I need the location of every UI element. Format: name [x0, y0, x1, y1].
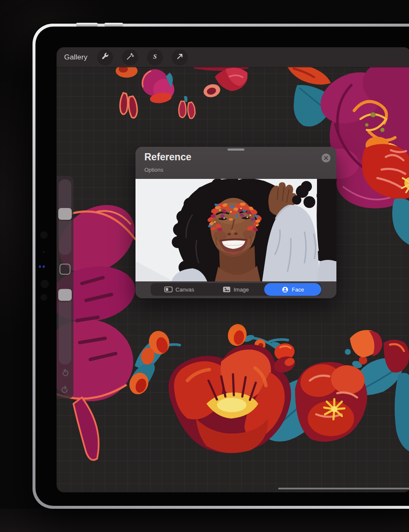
transform-button[interactable]: [172, 49, 188, 65]
panel-title: Reference: [144, 151, 191, 163]
close-button[interactable]: [322, 154, 330, 162]
tab-image[interactable]: Image: [208, 283, 265, 296]
panel-subtitle-options[interactable]: Options: [144, 167, 163, 173]
ipad-frame: Gallery S: [33, 24, 409, 509]
brush-opacity-handle[interactable]: [58, 289, 72, 301]
modify-button[interactable]: [60, 264, 70, 275]
pencil-indicator-light: [39, 265, 45, 268]
redo-arrow-icon: [60, 389, 70, 397]
face-icon: [282, 286, 289, 293]
brush-sidebar: [57, 176, 73, 399]
volume-button-2: [104, 23, 123, 27]
transform-arrow-icon: [175, 52, 184, 63]
bezel-reflection-dot: [41, 280, 49, 288]
selection-button[interactable]: S: [147, 49, 163, 65]
undo-button[interactable]: [60, 368, 70, 378]
bezel-reflection-dot: [40, 231, 48, 239]
redo-button[interactable]: [60, 385, 70, 395]
gallery-button[interactable]: Gallery: [64, 53, 87, 62]
selection-s-icon: S: [150, 52, 160, 63]
ipad-bezel: Gallery S: [35, 27, 409, 506]
bezel-reflection-dot: [43, 251, 45, 253]
reference-mode-segmented-control: Canvas Image Face: [151, 283, 321, 296]
tab-image-label: Image: [233, 286, 249, 293]
adjustments-button[interactable]: [122, 49, 138, 65]
x-circle-icon: [324, 154, 328, 162]
tab-canvas-label: Canvas: [176, 286, 194, 293]
home-indicator[interactable]: [278, 488, 409, 489]
image-icon: [223, 286, 230, 293]
svg-text:S: S: [153, 53, 157, 60]
bezel-reflection-dot: [41, 294, 47, 301]
actions-button[interactable]: [97, 49, 113, 65]
reference-panel: Reference Options: [135, 147, 336, 298]
reference-panel-footer: Canvas Image Face: [135, 281, 336, 298]
top-toolbar: Gallery S: [57, 47, 409, 67]
actions-wrench-icon: [100, 52, 110, 63]
volume-button-1: [76, 23, 98, 27]
table-surface: [0, 509, 409, 532]
tab-face[interactable]: Face: [264, 283, 321, 296]
drag-handle[interactable]: [228, 149, 244, 151]
ipad-screen: Gallery S: [57, 47, 409, 492]
tab-face-label: Face: [292, 286, 304, 293]
adjustments-wand-icon: [125, 52, 135, 63]
canvas-icon: [164, 286, 173, 293]
reference-photo[interactable]: [135, 179, 336, 281]
brush-size-handle[interactable]: [58, 208, 72, 220]
undo-arrow-icon: [60, 373, 70, 380]
tab-canvas[interactable]: Canvas: [151, 283, 208, 296]
reference-panel-header: Reference Options: [135, 147, 336, 179]
